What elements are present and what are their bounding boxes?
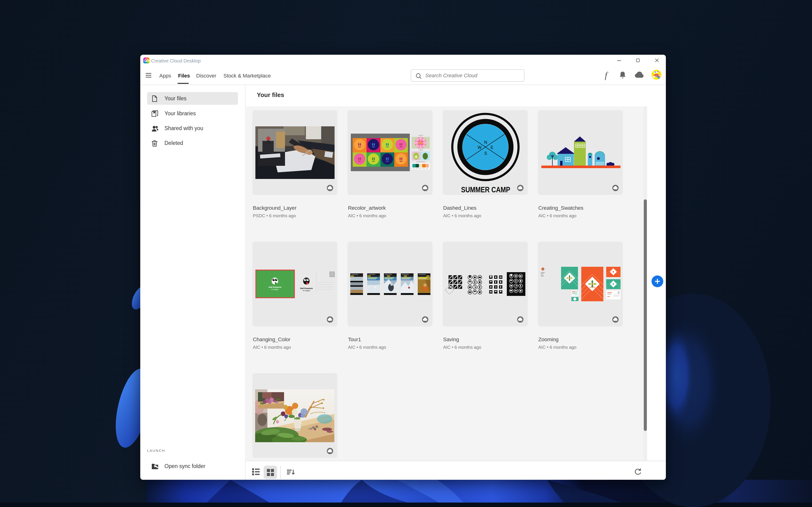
svg-text:of Oregon: of Oregon bbox=[271, 289, 278, 290]
svg-text:N: N bbox=[484, 140, 487, 145]
svg-text:S: S bbox=[484, 151, 487, 156]
svg-text:E: E bbox=[491, 145, 493, 150]
svg-text:f: f bbox=[605, 71, 608, 80]
svg-text:W: W bbox=[478, 145, 482, 150]
svg-text:Owl Preserve: Owl Preserve bbox=[300, 287, 313, 289]
svg-text:Owl Preserve: Owl Preserve bbox=[269, 286, 281, 288]
svg-text:SUMMER CAMP: SUMMER CAMP bbox=[461, 185, 510, 194]
svg-text:of Oregon: of Oregon bbox=[303, 290, 310, 292]
